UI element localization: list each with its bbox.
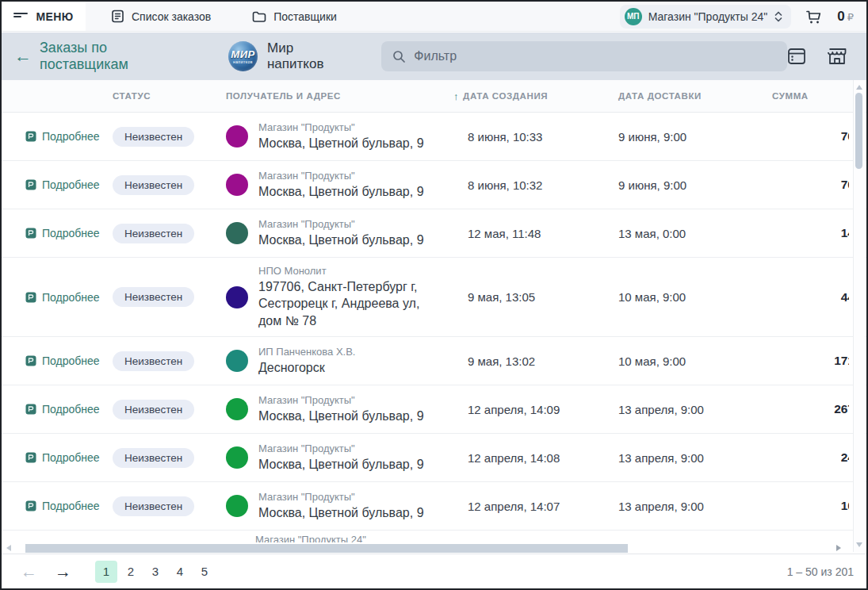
supplier-header-bar: ← Заказы по поставщикам МИР напитков Мир…: [2, 33, 866, 80]
details-label: Подробнее: [42, 130, 100, 143]
details-button[interactable]: Подробнее: [25, 258, 100, 336]
status-badge: Неизвестен: [113, 351, 194, 371]
recipient-name: Магазин "Продукты": [258, 394, 431, 406]
recipient-avatar: [226, 398, 248, 420]
recipient-address: Москва, Цветной бульвар, 9: [258, 232, 431, 249]
sum-cell: 14: [787, 209, 849, 257]
column-header-created-label: ДАТА СОЗДАНИЯ: [463, 91, 548, 101]
details-icon: [25, 131, 36, 142]
document-icon: [111, 10, 124, 23]
tab-order-list[interactable]: Список заказов: [95, 2, 227, 31]
created-date-cell: 12 апреля, 14:07: [468, 482, 560, 530]
recipient-name: ИП Панченкова Х.В.: [258, 346, 431, 358]
details-button[interactable]: Подробнее: [25, 385, 100, 433]
cart-button[interactable]: [805, 9, 823, 25]
details-button[interactable]: Подробнее: [25, 113, 100, 160]
page-title: Заказы по поставщикам: [40, 40, 195, 73]
delivery-date-cell: 10 мая, 9:00: [618, 258, 686, 336]
sum-value: 70: [841, 129, 849, 144]
topbar-right-group: МП Магазин "Продукты 24" 0 ₽: [620, 2, 866, 31]
column-header-sum: СУММА: [772, 80, 809, 112]
status-cell: Неизвестен: [113, 258, 194, 336]
created-date-cell: 12 апреля, 14:09: [468, 385, 560, 433]
search-icon: [392, 50, 406, 63]
table-view-icon[interactable]: [787, 48, 806, 65]
storefront-icon[interactable]: [827, 48, 847, 66]
recipient-name: Магазин "Продукты": [258, 121, 431, 133]
next-page-arrow[interactable]: →: [48, 563, 78, 580]
status-badge: Неизвестен: [113, 127, 194, 147]
vertical-scrollbar-thumb[interactable]: [855, 93, 862, 169]
recipient-avatar: [226, 222, 248, 244]
sum-cell: 171: [787, 337, 849, 385]
details-icon: [25, 228, 36, 239]
details-button[interactable]: Подробнее: [25, 482, 100, 530]
recipient-cell: Магазин "Продукты" Москва, Цветной бульв…: [226, 209, 431, 257]
sum-value: 267: [834, 402, 849, 416]
details-label: Подробнее: [42, 227, 100, 239]
recipient-avatar: [226, 495, 248, 517]
scroll-up-arrow-icon[interactable]: [856, 85, 862, 90]
column-header-recipient: ПОЛУЧАТЕЛЬ И АДРЕС: [226, 80, 341, 112]
menu-label: МЕНЮ: [36, 10, 73, 23]
created-date-cell: 12 апреля, 14:08: [468, 434, 560, 481]
created-date-cell: 9 мая, 13:05: [468, 258, 535, 336]
tab-suppliers[interactable]: Поставщики: [236, 2, 353, 31]
delivery-date-cell: 9 июня, 9:00: [618, 113, 686, 160]
currency-symbol: ₽: [847, 11, 854, 23]
sum-cell: 44: [787, 258, 849, 336]
horizontal-scrollbar-thumb[interactable]: [25, 544, 628, 553]
recipient-name: Магазин "Продукты": [258, 218, 431, 230]
table-row: Подробнее Неизвестен Магазин "Продукты" …: [2, 482, 866, 531]
recipient-address: Москва, Цветной бульвар, 9: [258, 408, 431, 425]
cart-amount: 0: [837, 9, 844, 25]
store-selector[interactable]: МП Магазин "Продукты 24": [620, 5, 792, 29]
column-header-created[interactable]: ↑ ДАТА СОЗДАНИЯ: [453, 80, 548, 112]
column-header-delivery: ДАТА ДОСТАВКИ: [618, 80, 702, 112]
recipient-name: Магазин "Продукты": [258, 491, 431, 503]
supplier-logo-text: МИР: [231, 48, 254, 60]
details-button[interactable]: Подробнее: [25, 337, 100, 385]
details-icon: [25, 500, 36, 511]
page-number-2[interactable]: 2: [120, 561, 142, 583]
sum-value: 44: [841, 290, 849, 305]
scroll-down-arrow-icon[interactable]: [856, 542, 862, 547]
page-number-5[interactable]: 5: [193, 561, 216, 583]
recipient-text: Магазин "Продукты" Москва, Цветной бульв…: [258, 170, 431, 201]
created-date-cell: 8 июня, 10:33: [468, 113, 542, 160]
column-header-status: СТАТУС: [113, 80, 151, 112]
table-row: Подробнее Неизвестен Магазин "Продукты" …: [2, 161, 866, 209]
details-label: Подробнее: [42, 291, 100, 304]
tab-label: Поставщики: [273, 10, 337, 23]
recipient-cell: Магазин "Продукты" Москва, Цветной бульв…: [226, 113, 431, 160]
status-badge: Неизвестен: [113, 287, 194, 307]
sum-value: 14: [841, 226, 849, 240]
recipient-avatar: [226, 125, 248, 148]
scroll-left-arrow-icon[interactable]: [6, 545, 11, 551]
page-number-4[interactable]: 4: [169, 561, 191, 583]
delivery-date-cell: 13 мая, 0:00: [618, 209, 686, 257]
status-cell: Неизвестен: [113, 161, 194, 209]
orders-table: СТАТУС ПОЛУЧАТЕЛЬ И АДРЕС ↑ ДАТА СОЗДАНИ…: [2, 80, 866, 554]
recipient-address: 197706, Санкт-Петербург г, Сестрорецк г,…: [258, 278, 431, 330]
recipient-address: Москва, Цветной бульвар, 9: [258, 183, 431, 201]
page-number-1[interactable]: 1: [95, 561, 117, 583]
status-cell: Неизвестен: [113, 209, 194, 257]
previous-page-arrow[interactable]: ←: [14, 563, 44, 580]
vertical-scrollbar[interactable]: [853, 80, 865, 552]
back-navigation[interactable]: ← Заказы по поставщикам: [14, 40, 195, 73]
table-row: Подробнее Неизвестен Магазин "Продукты" …: [2, 113, 866, 161]
details-button[interactable]: Подробнее: [25, 209, 100, 257]
pagination-bar: ← → 12345 1 – 50 из 201: [2, 554, 866, 588]
filter-field[interactable]: [381, 41, 787, 71]
page-number-3[interactable]: 3: [144, 561, 166, 583]
filter-input[interactable]: [414, 49, 776, 63]
details-button[interactable]: Подробнее: [25, 161, 100, 209]
recipient-text: Магазин "Продукты" Москва, Цветной бульв…: [258, 121, 431, 152]
sum-cell: 267: [787, 385, 849, 433]
horizontal-scrollbar[interactable]: [2, 542, 852, 554]
sum-cell: 24: [787, 434, 849, 481]
details-button[interactable]: Подробнее: [25, 434, 100, 481]
scroll-right-arrow-icon[interactable]: [836, 545, 841, 551]
menu-button[interactable]: МЕНЮ: [2, 2, 86, 31]
